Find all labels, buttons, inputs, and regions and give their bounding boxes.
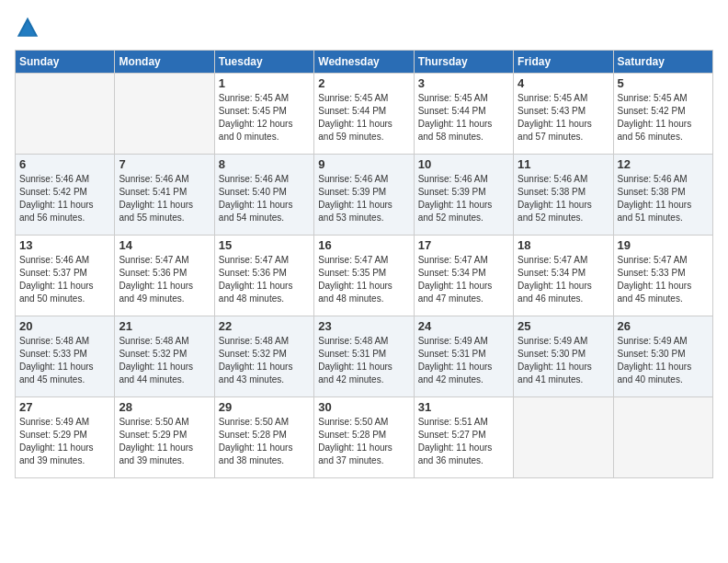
day-number: 14 [119, 238, 210, 252]
day-number: 30 [318, 400, 409, 414]
calendar-cell: 23Sunrise: 5:48 AMSunset: 5:31 PMDayligh… [314, 316, 414, 397]
day-number: 15 [219, 238, 310, 252]
calendar-cell: 12Sunrise: 5:46 AMSunset: 5:38 PMDayligh… [613, 155, 712, 236]
calendar-cell: 5Sunrise: 5:45 AMSunset: 5:42 PMDaylight… [613, 74, 712, 155]
week-row: 13Sunrise: 5:46 AMSunset: 5:37 PMDayligh… [16, 236, 713, 316]
day-info: Sunrise: 5:46 AMSunset: 5:38 PMDaylight:… [518, 173, 609, 224]
week-row: 6Sunrise: 5:46 AMSunset: 5:42 PMDaylight… [16, 155, 713, 236]
logo [15, 15, 44, 40]
calendar-cell: 18Sunrise: 5:47 AMSunset: 5:34 PMDayligh… [514, 236, 613, 316]
calendar-cell: 25Sunrise: 5:49 AMSunset: 5:30 PMDayligh… [514, 316, 613, 397]
calendar-cell: 26Sunrise: 5:49 AMSunset: 5:30 PMDayligh… [613, 316, 712, 397]
calendar-cell: 29Sunrise: 5:50 AMSunset: 5:28 PMDayligh… [214, 397, 313, 478]
day-header-tuesday: Tuesday [214, 51, 313, 74]
calendar-cell: 19Sunrise: 5:47 AMSunset: 5:33 PMDayligh… [613, 236, 712, 316]
day-header-wednesday: Wednesday [314, 51, 414, 74]
day-number: 7 [119, 157, 210, 171]
day-info: Sunrise: 5:49 AMSunset: 5:30 PMDaylight:… [518, 335, 609, 386]
day-header-monday: Monday [115, 51, 214, 74]
calendar-cell: 27Sunrise: 5:49 AMSunset: 5:29 PMDayligh… [16, 397, 115, 478]
week-row: 20Sunrise: 5:48 AMSunset: 5:33 PMDayligh… [16, 316, 713, 397]
day-number: 11 [518, 157, 609, 171]
day-number: 3 [418, 76, 509, 90]
day-number: 31 [418, 400, 509, 414]
calendar-cell: 2Sunrise: 5:45 AMSunset: 5:44 PMDaylight… [314, 74, 414, 155]
calendar-cell [16, 74, 115, 155]
day-info: Sunrise: 5:46 AMSunset: 5:42 PMDaylight:… [19, 173, 110, 224]
calendar-cell: 20Sunrise: 5:48 AMSunset: 5:33 PMDayligh… [16, 316, 115, 397]
day-number: 28 [119, 400, 210, 414]
day-info: Sunrise: 5:46 AMSunset: 5:41 PMDaylight:… [119, 173, 210, 224]
day-number: 9 [318, 157, 409, 171]
day-info: Sunrise: 5:48 AMSunset: 5:31 PMDaylight:… [318, 335, 409, 386]
calendar-header: SundayMondayTuesdayWednesdayThursdayFrid… [16, 51, 713, 74]
day-header-thursday: Thursday [414, 51, 513, 74]
day-info: Sunrise: 5:50 AMSunset: 5:28 PMDaylight:… [318, 416, 409, 467]
day-number: 19 [618, 238, 709, 252]
calendar-cell: 8Sunrise: 5:46 AMSunset: 5:40 PMDaylight… [214, 155, 313, 236]
day-info: Sunrise: 5:49 AMSunset: 5:30 PMDaylight:… [618, 335, 709, 386]
logo-icon [15, 15, 40, 40]
calendar-cell: 10Sunrise: 5:46 AMSunset: 5:39 PMDayligh… [414, 155, 513, 236]
calendar-cell [115, 74, 214, 155]
day-number: 20 [19, 319, 110, 333]
day-info: Sunrise: 5:47 AMSunset: 5:33 PMDaylight:… [618, 254, 709, 305]
day-info: Sunrise: 5:48 AMSunset: 5:33 PMDaylight:… [19, 335, 110, 386]
day-info: Sunrise: 5:47 AMSunset: 5:34 PMDaylight:… [418, 254, 509, 305]
day-info: Sunrise: 5:47 AMSunset: 5:36 PMDaylight:… [119, 254, 210, 305]
day-info: Sunrise: 5:51 AMSunset: 5:27 PMDaylight:… [418, 416, 509, 467]
calendar-cell: 9Sunrise: 5:46 AMSunset: 5:39 PMDaylight… [314, 155, 414, 236]
day-number: 17 [418, 238, 509, 252]
day-info: Sunrise: 5:48 AMSunset: 5:32 PMDaylight:… [119, 335, 210, 386]
calendar-cell: 28Sunrise: 5:50 AMSunset: 5:29 PMDayligh… [115, 397, 214, 478]
calendar-cell: 21Sunrise: 5:48 AMSunset: 5:32 PMDayligh… [115, 316, 214, 397]
day-number: 27 [19, 400, 110, 414]
day-header-saturday: Saturday [613, 51, 712, 74]
day-info: Sunrise: 5:45 AMSunset: 5:42 PMDaylight:… [618, 92, 709, 144]
calendar-cell: 22Sunrise: 5:48 AMSunset: 5:32 PMDayligh… [214, 316, 313, 397]
day-header-sunday: Sunday [16, 51, 115, 74]
day-info: Sunrise: 5:49 AMSunset: 5:29 PMDaylight:… [19, 416, 110, 467]
day-number: 29 [219, 400, 310, 414]
day-info: Sunrise: 5:45 AMSunset: 5:44 PMDaylight:… [318, 92, 409, 144]
page-header [15, 15, 713, 40]
day-info: Sunrise: 5:46 AMSunset: 5:39 PMDaylight:… [418, 173, 509, 224]
calendar-cell: 3Sunrise: 5:45 AMSunset: 5:44 PMDaylight… [414, 74, 513, 155]
day-number: 16 [318, 238, 409, 252]
day-info: Sunrise: 5:47 AMSunset: 5:35 PMDaylight:… [318, 254, 409, 305]
calendar-cell [613, 397, 712, 478]
calendar-table: SundayMondayTuesdayWednesdayThursdayFrid… [15, 50, 713, 478]
day-number: 10 [418, 157, 509, 171]
calendar-cell: 4Sunrise: 5:45 AMSunset: 5:43 PMDaylight… [514, 74, 613, 155]
day-number: 25 [518, 319, 609, 333]
day-number: 5 [618, 76, 709, 90]
day-number: 24 [418, 319, 509, 333]
day-info: Sunrise: 5:46 AMSunset: 5:40 PMDaylight:… [219, 173, 310, 224]
calendar-cell: 7Sunrise: 5:46 AMSunset: 5:41 PMDaylight… [115, 155, 214, 236]
week-row: 27Sunrise: 5:49 AMSunset: 5:29 PMDayligh… [16, 397, 713, 478]
day-info: Sunrise: 5:49 AMSunset: 5:31 PMDaylight:… [418, 335, 509, 386]
day-number: 6 [19, 157, 110, 171]
calendar-cell: 11Sunrise: 5:46 AMSunset: 5:38 PMDayligh… [514, 155, 613, 236]
calendar-cell: 15Sunrise: 5:47 AMSunset: 5:36 PMDayligh… [214, 236, 313, 316]
day-number: 26 [618, 319, 709, 333]
day-header-friday: Friday [514, 51, 613, 74]
day-info: Sunrise: 5:45 AMSunset: 5:43 PMDaylight:… [518, 92, 609, 144]
day-number: 12 [618, 157, 709, 171]
day-number: 23 [318, 319, 409, 333]
day-number: 1 [219, 76, 310, 90]
day-info: Sunrise: 5:50 AMSunset: 5:29 PMDaylight:… [119, 416, 210, 467]
day-number: 2 [318, 76, 409, 90]
day-info: Sunrise: 5:46 AMSunset: 5:38 PMDaylight:… [618, 173, 709, 224]
calendar-cell: 24Sunrise: 5:49 AMSunset: 5:31 PMDayligh… [414, 316, 513, 397]
day-number: 18 [518, 238, 609, 252]
week-row: 1Sunrise: 5:45 AMSunset: 5:45 PMDaylight… [16, 74, 713, 155]
day-number: 22 [219, 319, 310, 333]
header-row: SundayMondayTuesdayWednesdayThursdayFrid… [16, 51, 713, 74]
day-info: Sunrise: 5:45 AMSunset: 5:45 PMDaylight:… [219, 92, 310, 144]
day-info: Sunrise: 5:46 AMSunset: 5:37 PMDaylight:… [19, 254, 110, 305]
day-number: 21 [119, 319, 210, 333]
day-number: 8 [219, 157, 310, 171]
calendar-cell: 31Sunrise: 5:51 AMSunset: 5:27 PMDayligh… [414, 397, 513, 478]
calendar-cell: 17Sunrise: 5:47 AMSunset: 5:34 PMDayligh… [414, 236, 513, 316]
